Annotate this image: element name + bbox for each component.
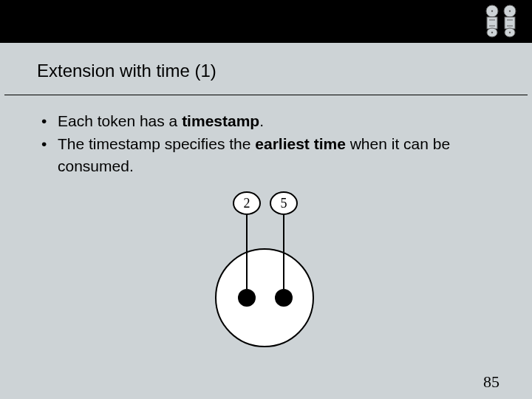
page-number: 85 xyxy=(483,372,499,392)
bullet-text: Each token has a xyxy=(58,112,182,129)
corner-logo-icon xyxy=(480,4,522,41)
petri-net-icon: 2 5 xyxy=(170,187,362,349)
svg-rect-3 xyxy=(505,17,515,29)
bullet-text-bold: earliest time xyxy=(255,135,346,152)
bullet-item: The timestamp specifies the earliest tim… xyxy=(41,133,491,177)
token-timestamp-left: 2 xyxy=(244,196,250,211)
bullet-item: Each token has a timestamp. xyxy=(41,110,491,132)
svg-rect-2 xyxy=(487,17,497,29)
title-bar xyxy=(0,0,532,43)
svg-point-6 xyxy=(491,10,493,12)
diagram: 2 5 xyxy=(41,187,491,349)
slide-content: Each token has a timestamp. The timestam… xyxy=(0,95,532,349)
svg-point-8 xyxy=(491,32,493,33)
token-timestamp-right: 5 xyxy=(281,196,287,211)
bullet-text-bold: timestamp xyxy=(182,112,259,129)
svg-point-15 xyxy=(238,289,256,307)
svg-point-9 xyxy=(509,32,511,33)
bullet-list: Each token has a timestamp. The timestam… xyxy=(41,110,491,177)
svg-point-16 xyxy=(275,289,293,307)
svg-point-7 xyxy=(509,10,511,12)
slide-title: Extension with time (1) xyxy=(4,43,528,95)
bullet-text: The timestamp specifies the xyxy=(58,135,255,152)
bullet-text: . xyxy=(259,112,264,129)
svg-point-14 xyxy=(216,249,313,347)
